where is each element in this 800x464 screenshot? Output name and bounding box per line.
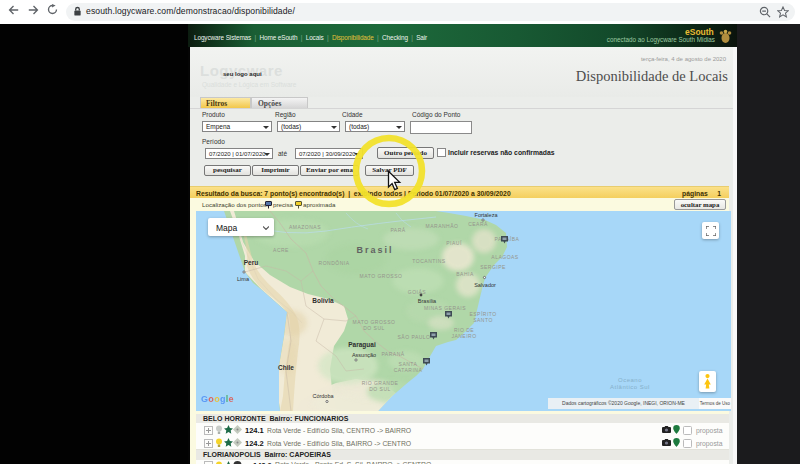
svg-text:DO SUL: DO SUL	[369, 386, 391, 392]
svg-text:MATO GROSSO: MATO GROSSO	[360, 273, 403, 279]
svg-text:Assunção: Assunção	[352, 352, 376, 358]
svg-text:Fortaleza: Fortaleza	[475, 212, 499, 218]
svg-text:Brasília: Brasília	[418, 298, 437, 304]
svg-text:Peru: Peru	[244, 259, 258, 266]
svg-text:PARANÁ: PARANÁ	[381, 351, 404, 357]
svg-text:ACRE: ACRE	[273, 247, 289, 253]
svg-text:Oceano: Oceano	[618, 377, 642, 383]
svg-text:SERGIPE: SERGIPE	[480, 264, 506, 270]
svg-text:Salvador: Salvador	[474, 282, 496, 288]
svg-text:DO SUL: DO SUL	[363, 325, 385, 331]
svg-text:Atlântico Sul: Atlântico Sul	[610, 384, 650, 390]
svg-text:Bolívia: Bolívia	[312, 297, 334, 304]
svg-text:TOCANTINS: TOCANTINS	[412, 258, 445, 264]
svg-text:RONDÔNIA: RONDÔNIA	[319, 260, 350, 266]
svg-text:Córdoba: Córdoba	[312, 393, 334, 399]
svg-text:Paraguai: Paraguai	[348, 341, 376, 349]
svg-text:ALAGOAS: ALAGOAS	[491, 254, 519, 260]
svg-text:Chile: Chile	[278, 364, 294, 371]
svg-text:BAHIA: BAHIA	[456, 271, 474, 277]
svg-text:CEARÁ: CEARÁ	[468, 221, 488, 227]
svg-text:Brasil: Brasil	[356, 245, 393, 255]
svg-text:SANTO: SANTO	[473, 317, 493, 323]
svg-text:CATARINA: CATARINA	[394, 367, 423, 373]
svg-text:JANEIRO: JANEIRO	[451, 333, 476, 339]
svg-text:AMAZONAS: AMAZONAS	[289, 224, 321, 230]
svg-text:SÃO PAULO: SÃO PAULO	[397, 334, 430, 340]
svg-text:PIAUÍ: PIAUÍ	[446, 240, 462, 246]
svg-text:MINAS GERAIS: MINAS GERAIS	[424, 305, 466, 311]
svg-text:Lima: Lima	[237, 276, 250, 282]
svg-text:GOIÁS: GOIÁS	[408, 289, 427, 295]
